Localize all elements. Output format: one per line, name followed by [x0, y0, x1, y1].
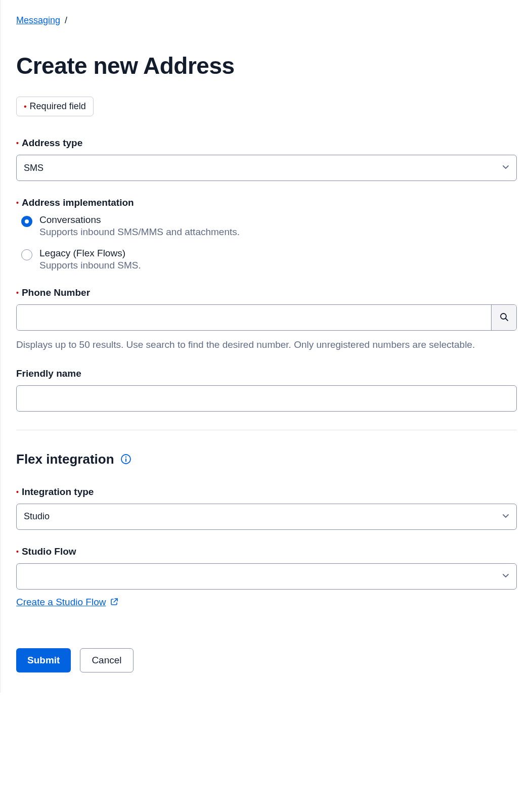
radio-option-legacy[interactable]: Legacy (Flex Flows) Supports inbound SMS…	[21, 248, 517, 271]
required-field-label: Required field	[30, 101, 86, 112]
svg-point-0	[501, 313, 506, 319]
integration-type-field: Integration type	[16, 486, 517, 530]
required-dot-icon: •	[24, 103, 27, 111]
phone-number-label: Phone Number	[16, 287, 517, 298]
friendly-name-label: Friendly name	[16, 368, 517, 379]
friendly-name-field: Friendly name	[16, 368, 517, 412]
search-icon	[500, 312, 509, 323]
breadcrumb-link-messaging[interactable]: Messaging	[16, 15, 60, 25]
form-actions: Submit Cancel	[16, 648, 517, 672]
create-studio-flow-link[interactable]: Create a Studio Flow	[16, 597, 106, 607]
address-type-field: Address type	[16, 138, 517, 181]
info-icon[interactable]	[120, 454, 131, 465]
address-implementation-label: Address implementation	[16, 197, 517, 208]
svg-rect-4	[125, 459, 126, 462]
friendly-name-input[interactable]	[16, 385, 517, 412]
studio-flow-label: Studio Flow	[16, 546, 517, 557]
radio-description: Supports inbound SMS/MMS and attachments…	[39, 227, 240, 238]
studio-flow-select[interactable]	[16, 563, 517, 590]
flex-integration-header: Flex integration	[16, 452, 517, 467]
external-link-icon	[110, 599, 118, 607]
phone-number-input[interactable]	[17, 305, 491, 330]
section-divider	[16, 430, 517, 430]
address-type-label: Address type	[16, 138, 517, 149]
page-title: Create new Address	[16, 52, 517, 79]
phone-number-search-button[interactable]	[491, 305, 516, 330]
radio-title: Legacy (Flex Flows)	[39, 248, 141, 259]
flex-integration-title: Flex integration	[16, 452, 114, 467]
breadcrumb: Messaging /	[16, 15, 517, 26]
integration-type-select[interactable]	[16, 504, 517, 530]
submit-button[interactable]: Submit	[16, 648, 71, 672]
radio-description: Supports inbound SMS.	[39, 260, 141, 271]
integration-type-label: Integration type	[16, 486, 517, 498]
phone-number-field: Phone Number Displays up to 50 results. …	[16, 287, 517, 352]
address-implementation-field: Address implementation Conversations Sup…	[16, 197, 517, 271]
required-field-badge: • Required field	[16, 97, 94, 116]
address-type-select[interactable]	[16, 155, 517, 181]
phone-number-help-text: Displays up to 50 results. Use search to…	[16, 338, 517, 352]
radio-option-conversations[interactable]: Conversations Supports inbound SMS/MMS a…	[21, 214, 517, 238]
svg-line-1	[506, 319, 508, 321]
breadcrumb-separator: /	[65, 15, 67, 25]
studio-flow-field: Studio Flow Create a Studio Flow	[16, 546, 517, 608]
svg-point-3	[125, 457, 126, 458]
cancel-button[interactable]: Cancel	[80, 648, 133, 672]
radio-title: Conversations	[39, 214, 240, 226]
radio-button-icon	[21, 216, 32, 227]
radio-button-icon	[21, 249, 32, 260]
